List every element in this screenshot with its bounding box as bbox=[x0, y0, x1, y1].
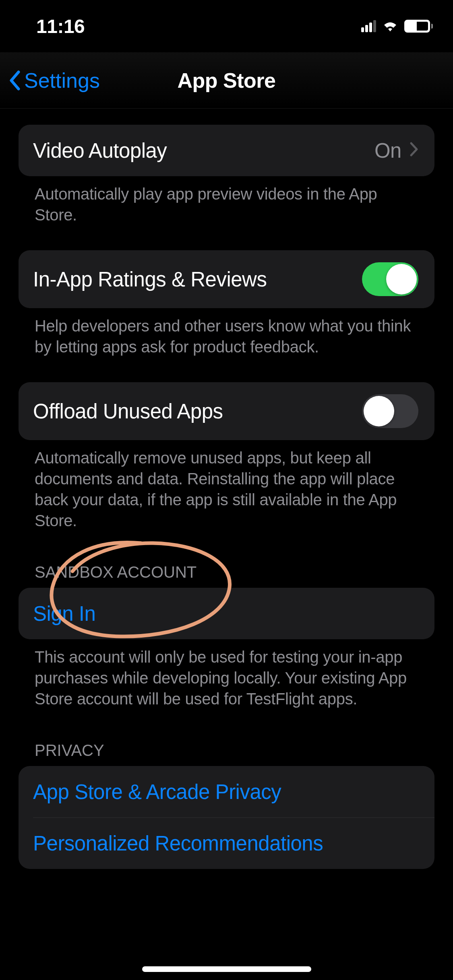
video-autoplay-group: Video Autoplay On bbox=[19, 125, 434, 176]
app-store-privacy-cell[interactable]: App Store & Arcade Privacy bbox=[19, 766, 434, 817]
wifi-icon bbox=[382, 20, 399, 32]
sandbox-group: Sign In bbox=[19, 588, 434, 639]
cellular-signal-icon bbox=[361, 20, 376, 32]
chevron-right-icon bbox=[410, 141, 418, 160]
ratings-reviews-label: In-App Ratings & Reviews bbox=[33, 268, 267, 291]
battery-indicator: 50 bbox=[404, 20, 433, 33]
video-autoplay-value: On bbox=[374, 139, 401, 163]
navigation-bar: Settings App Store bbox=[0, 52, 453, 109]
back-button[interactable]: Settings bbox=[8, 68, 100, 93]
sandbox-section-header: SANDBOX ACCOUNT bbox=[19, 531, 434, 588]
app-store-privacy-label: App Store & Arcade Privacy bbox=[33, 780, 281, 804]
video-autoplay-cell[interactable]: Video Autoplay On bbox=[19, 125, 434, 176]
offload-apps-footer: Automatically remove unused apps, but ke… bbox=[19, 440, 434, 531]
video-autoplay-footer: Automatically play app preview videos in… bbox=[19, 176, 434, 225]
privacy-group: App Store & Arcade Privacy Personalized … bbox=[19, 766, 434, 869]
battery-percent: 50 bbox=[412, 21, 422, 31]
back-label: Settings bbox=[24, 68, 100, 93]
personalized-recommendations-label: Personalized Recommendations bbox=[33, 832, 323, 855]
video-autoplay-label: Video Autoplay bbox=[33, 139, 167, 163]
status-indicators: 50 bbox=[361, 20, 433, 33]
ratings-reviews-footer: Help developers and other users know wha… bbox=[19, 308, 434, 357]
sandbox-footer: This account will only be used for testi… bbox=[19, 639, 434, 709]
ratings-reviews-group: In-App Ratings & Reviews bbox=[19, 250, 434, 308]
offload-apps-group: Offload Unused Apps bbox=[19, 382, 434, 440]
offload-apps-label: Offload Unused Apps bbox=[33, 399, 223, 423]
chevron-left-icon bbox=[8, 70, 21, 91]
personalized-recommendations-cell[interactable]: Personalized Recommendations bbox=[33, 817, 434, 869]
offload-apps-toggle[interactable] bbox=[362, 394, 418, 428]
ratings-reviews-cell: In-App Ratings & Reviews bbox=[19, 250, 434, 308]
sandbox-sign-in-label: Sign In bbox=[33, 602, 95, 626]
offload-apps-cell: Offload Unused Apps bbox=[19, 382, 434, 440]
status-time: 11:16 bbox=[36, 15, 85, 37]
status-bar: 11:16 50 bbox=[0, 0, 453, 52]
ratings-reviews-toggle[interactable] bbox=[362, 262, 418, 296]
privacy-section-header: PRIVACY bbox=[19, 709, 434, 766]
sandbox-sign-in-cell[interactable]: Sign In bbox=[19, 588, 434, 639]
home-indicator[interactable] bbox=[142, 966, 311, 972]
content-area: Video Autoplay On Automatically play app… bbox=[0, 109, 453, 869]
